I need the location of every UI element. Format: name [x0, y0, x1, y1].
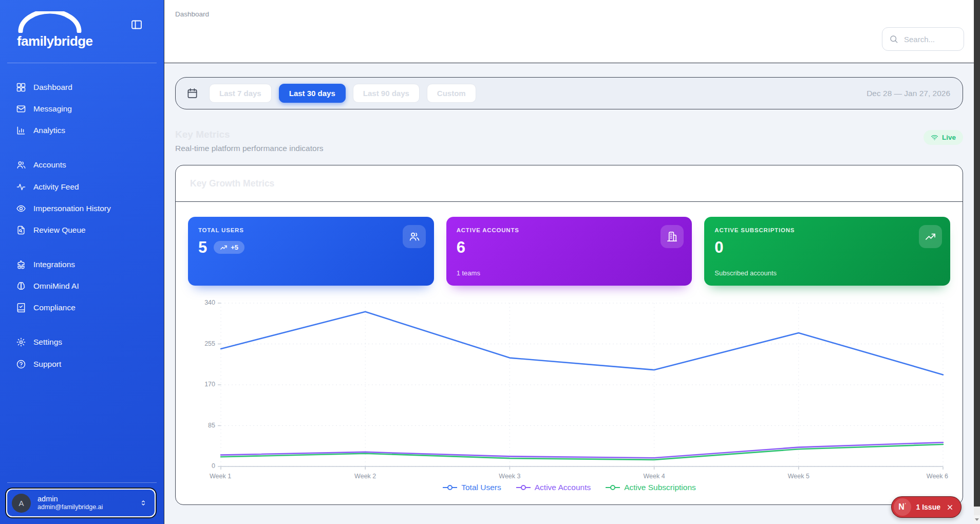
- legend-marker-icon: [442, 484, 458, 491]
- nav-group: DashboardMessagingAnalytics: [7, 77, 157, 141]
- trending-up-icon: [220, 244, 228, 251]
- svg-text:0: 0: [212, 462, 215, 470]
- eye-icon: [16, 203, 26, 214]
- scrollbar-thumb[interactable]: [974, 0, 980, 507]
- sidebar-item-dashboard[interactable]: Dashboard: [7, 77, 157, 98]
- sidebar: familybridge DashboardMessagingAnalytics…: [0, 0, 164, 524]
- growth-metrics-card: Key Growth Metrics TOTAL USERS 5: [175, 165, 963, 505]
- legend-label: Total Users: [461, 483, 501, 492]
- sidebar-nav: DashboardMessagingAnalyticsAccountsActiv…: [0, 63, 164, 375]
- mail-icon: [16, 104, 26, 114]
- section-title: Key Metrics: [175, 129, 324, 140]
- stat-value: 0: [714, 239, 723, 255]
- sidebar-item-omnimind-ai[interactable]: OmniMind AI: [7, 275, 157, 297]
- stat-subtext: Subscribed accounts: [714, 269, 940, 277]
- sidebar-item-analytics[interactable]: Analytics: [7, 120, 157, 141]
- metrics-section-header: Key Metrics Real-time platform performan…: [175, 129, 963, 153]
- line-chart-svg: 085170255340Week 1Week 2Week 3Week 4Week…: [188, 299, 950, 480]
- svg-text:Week 5: Week 5: [788, 473, 809, 480]
- brain-icon: [16, 281, 26, 291]
- avatar: A: [12, 494, 31, 513]
- dev-issue-badge[interactable]: N' 1 Issue: [891, 496, 962, 518]
- sidebar-item-label: Settings: [33, 337, 62, 347]
- stat-card-active-subscriptions: ACTIVE SUBSCRIPTIONS 0 Subscribed accoun…: [704, 217, 950, 286]
- svg-text:340: 340: [204, 299, 215, 306]
- top-bar: Dashboard: [164, 0, 974, 63]
- sidebar-item-label: Accounts: [33, 160, 66, 170]
- wifi-icon: [931, 134, 938, 141]
- dashboard-content: Last 7 daysLast 30 daysLast 90 daysCusto…: [164, 63, 974, 524]
- chart-legend: Total UsersActive AccountsActive Subscri…: [188, 483, 950, 492]
- sidebar-item-support[interactable]: Support: [7, 353, 157, 375]
- sidebar-item-label: Dashboard: [33, 82, 72, 92]
- brand-name: familybridge: [17, 33, 94, 49]
- svg-text:Week 2: Week 2: [354, 473, 376, 480]
- nextjs-logo-icon: N': [894, 498, 911, 516]
- stat-cards-row: TOTAL USERS 5 +5: [188, 217, 950, 286]
- sidebar-item-accounts[interactable]: Accounts: [7, 154, 157, 176]
- growth-line-chart: 085170255340Week 1Week 2Week 3Week 4Week…: [188, 299, 950, 482]
- svg-text:Week 1: Week 1: [210, 473, 231, 480]
- help-circle-icon: [16, 359, 26, 369]
- sidebar-item-integrations[interactable]: Integrations: [7, 254, 157, 275]
- stat-card-total-users: TOTAL USERS 5 +5: [188, 217, 434, 286]
- nav-group: IntegrationsOmniMind AICompliance: [7, 254, 157, 319]
- nav-group: AccountsActivity FeedImpersonation Histo…: [7, 154, 157, 241]
- legend-marker-icon: [516, 484, 531, 491]
- puzzle-icon: [16, 259, 26, 270]
- sidebar-item-label: Review Queue: [33, 225, 86, 235]
- sidebar-item-label: Compliance: [33, 303, 76, 313]
- stat-value-row: 6: [457, 239, 682, 255]
- panel-left-icon: [130, 18, 143, 31]
- file-search-icon: [16, 225, 26, 235]
- search-input[interactable]: [903, 34, 957, 44]
- stat-icon-tile: [403, 225, 426, 248]
- trending-up-icon: [925, 231, 936, 242]
- series-line-active-accounts: [221, 442, 943, 458]
- sidebar-item-settings[interactable]: Settings: [7, 331, 157, 353]
- sidebar-item-review-queue[interactable]: Review Queue: [7, 219, 157, 241]
- range-button-last-90-days[interactable]: Last 90 days: [353, 84, 420, 103]
- legend-item-total-users[interactable]: Total Users: [442, 483, 501, 492]
- range-button-last-30-days[interactable]: Last 30 days: [279, 84, 346, 103]
- svg-text:Week 4: Week 4: [644, 473, 665, 480]
- legend-item-active-subscriptions[interactable]: Active Subscriptions: [605, 483, 696, 492]
- user-name: admin: [37, 494, 103, 503]
- scrollbar-down-button[interactable]: [974, 515, 980, 524]
- legend-item-active-accounts[interactable]: Active Accounts: [516, 483, 591, 492]
- section-subtitle: Real-time platform performance indicator…: [175, 144, 324, 153]
- scrollbar-track: [974, 0, 980, 524]
- user-email: admin@familybridge.ai: [37, 503, 103, 512]
- legend-label: Active Accounts: [535, 483, 591, 492]
- stat-label: TOTAL USERS: [198, 227, 424, 233]
- main-area: Dashboard Last 7 daysLast 30 daysLast 90…: [164, 0, 974, 524]
- range-button-custom[interactable]: Custom: [427, 84, 476, 103]
- sidebar-item-impersonation-history[interactable]: Impersonation History: [7, 198, 157, 219]
- stat-subtext: 1 teams: [457, 269, 682, 277]
- date-range-buttons: Last 7 daysLast 30 daysLast 90 daysCusto…: [209, 84, 476, 103]
- sidebar-item-compliance[interactable]: Compliance: [7, 297, 157, 319]
- live-badge: Live: [924, 130, 963, 145]
- stat-value: 6: [457, 239, 465, 255]
- activity-icon: [16, 182, 26, 192]
- sidebar-item-label: Integrations: [33, 259, 75, 270]
- sidebar-item-activity-feed[interactable]: Activity Feed: [7, 176, 157, 198]
- stat-icon-tile: [919, 225, 942, 248]
- svg-text:Week 6: Week 6: [927, 473, 948, 480]
- brand-logo[interactable]: familybridge: [17, 11, 94, 49]
- sidebar-item-messaging[interactable]: Messaging: [7, 98, 157, 120]
- sidebar-collapse-button[interactable]: [130, 18, 143, 32]
- range-button-last-7-days[interactable]: Last 7 days: [209, 84, 272, 103]
- close-icon[interactable]: [946, 503, 954, 511]
- live-label: Live: [942, 134, 956, 141]
- search-icon: [889, 34, 898, 44]
- issue-count-label: 1 Issue: [916, 503, 940, 511]
- card-header: Key Growth Metrics: [176, 165, 963, 202]
- card-title: Key Growth Metrics: [190, 178, 274, 189]
- book-check-icon: [16, 303, 26, 313]
- users-icon: [408, 231, 420, 242]
- sidebar-item-label: Activity Feed: [33, 182, 79, 192]
- building-icon: [666, 231, 678, 242]
- user-menu[interactable]: A admin admin@familybridge.ai: [6, 489, 156, 517]
- search-box: [882, 27, 964, 51]
